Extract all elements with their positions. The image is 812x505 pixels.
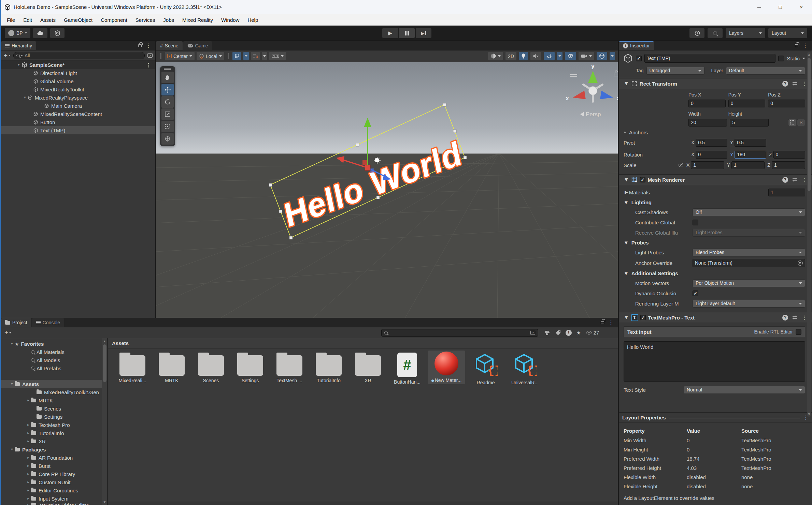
asset-material-new[interactable]: New Mater... <box>428 351 465 384</box>
pos-y-field[interactable]: 0 <box>728 100 766 107</box>
lock-icon[interactable] <box>138 44 142 47</box>
tag-dropdown[interactable]: Untagged <box>646 67 704 75</box>
tree-input-system[interactable]: Input System <box>1 494 102 503</box>
presets-icon[interactable] <box>792 81 798 86</box>
foldout-arrow-icon[interactable] <box>26 489 31 492</box>
mesh-renderer-header[interactable]: Mesh Renderer <box>619 174 812 185</box>
height-field[interactable]: 5 <box>730 119 768 127</box>
gizmos-toggle[interactable] <box>597 52 607 60</box>
kebab-menu-icon[interactable] <box>608 319 614 326</box>
object-picker-icon[interactable] <box>798 261 803 266</box>
hierarchy-item-global-volume[interactable]: Global Volume <box>1 77 155 85</box>
audio-mute-toggle[interactable] <box>530 52 541 60</box>
foldout-arrow-icon[interactable] <box>9 382 15 386</box>
tree-ar-foundation[interactable]: AR Foundation <box>1 454 102 462</box>
menu-services[interactable]: Services <box>131 14 159 25</box>
close-button[interactable]: × <box>791 0 812 14</box>
menu-file[interactable]: File <box>3 14 19 25</box>
foldout-arrow-icon[interactable] <box>26 503 31 505</box>
kebab-menu-icon[interactable] <box>802 177 807 183</box>
tab-console[interactable]: Console <box>32 318 64 327</box>
foldout-arrow-icon[interactable] <box>26 472 31 476</box>
tree-settings[interactable]: Settings <box>1 413 102 421</box>
static-dropdown-icon[interactable] <box>802 58 805 59</box>
foldout-arrow-icon[interactable] <box>624 314 629 321</box>
rendering-layer-dropdown[interactable]: Light Layer default <box>693 300 805 308</box>
foldout-arrow-icon[interactable] <box>26 423 31 427</box>
asset-folder-xr[interactable]: XR <box>349 352 387 383</box>
text-input-textarea[interactable]: Hello World <box>624 341 805 382</box>
kebab-menu-icon[interactable] <box>802 42 808 49</box>
hierarchy-item-main-camera[interactable]: Main Camera <box>1 102 155 110</box>
effects-toggle[interactable] <box>544 52 555 60</box>
presets-icon[interactable] <box>792 315 798 320</box>
textmeshpro-header[interactable]: T TextMeshPro - Text <box>619 312 812 323</box>
additional-settings-foldout[interactable]: Additional Settings <box>631 270 678 276</box>
tool-handle-position-dropdown[interactable]: Center <box>165 52 195 60</box>
active-checkbox[interactable] <box>636 56 642 61</box>
raw-edit-button[interactable]: R <box>797 119 805 126</box>
foldout-arrow-icon[interactable] <box>624 199 629 205</box>
scale-tool[interactable] <box>161 108 174 120</box>
2d-view-toggle[interactable]: 2D <box>505 52 516 60</box>
asset-folder-scenes[interactable]: Scenes <box>192 352 230 383</box>
layer-dropdown[interactable]: Default <box>726 67 805 75</box>
tree-all-models[interactable]: All Models <box>1 356 102 364</box>
foldout-arrow-icon[interactable] <box>16 63 22 66</box>
foldout-arrow-icon[interactable] <box>624 240 629 246</box>
rotation-x-field[interactable]: 0 <box>696 151 727 159</box>
foldout-arrow-icon[interactable] <box>26 480 31 484</box>
foldout-arrow-icon[interactable] <box>26 497 31 500</box>
assets-breadcrumb[interactable]: Assets <box>108 338 618 348</box>
help-icon[interactable] <box>782 315 788 321</box>
inspector-scrollbar[interactable]: ▲ ▼ <box>807 52 811 417</box>
light-probes-dropdown[interactable]: Blend Probes <box>693 249 805 256</box>
menu-mixed-reality[interactable]: Mixed Reality <box>178 14 217 25</box>
anchor-preset-button[interactable] <box>788 119 796 126</box>
step-button[interactable]: ▶ <box>416 28 431 38</box>
rect-tool[interactable] <box>161 121 174 132</box>
foldout-arrow-icon[interactable] <box>9 342 15 345</box>
cloud-button[interactable] <box>33 28 47 38</box>
rtl-checkbox[interactable] <box>796 329 801 335</box>
move-tool[interactable] <box>161 84 174 95</box>
help-icon[interactable] <box>782 81 788 87</box>
maximize-button[interactable]: □ <box>770 0 791 14</box>
foldout-arrow-icon[interactable] <box>26 431 31 435</box>
foldout-arrow-icon[interactable] <box>624 80 629 87</box>
measure-tool-dropdown[interactable] <box>269 52 286 60</box>
menu-edit[interactable]: Edit <box>19 14 36 25</box>
anchors-foldout[interactable]: Anchors <box>629 130 648 135</box>
tree-assets-root[interactable]: Assets <box>1 380 102 388</box>
hierarchy-item-samplescene[interactable]: SampleScene* <box>1 61 155 69</box>
gizmos-dropdown[interactable] <box>610 52 615 60</box>
tree-rider-editor[interactable]: JetBrains Rider Editor <box>1 503 102 505</box>
search-by-label-icon[interactable] <box>555 330 561 336</box>
asset-universalrp[interactable]: {} UniversalR... <box>506 352 544 385</box>
asset-folder-mrtk[interactable]: MRTK <box>153 352 190 383</box>
increment-snap-toggle[interactable] <box>251 52 260 60</box>
open-new-window-icon[interactable]: ↗ <box>147 53 153 58</box>
play-button[interactable]: ▶ <box>382 28 398 38</box>
open-search-window-icon[interactable]: ↗ <box>530 331 535 335</box>
overlay-drag-handle[interactable] <box>161 68 174 71</box>
foldout-arrow-icon[interactable] <box>22 96 28 99</box>
visibility-counter[interactable]: 27 <box>586 330 599 336</box>
menu-component[interactable]: Component <box>97 14 131 25</box>
scene-visibility-toggle[interactable] <box>565 52 576 60</box>
foldout-arrow-icon[interactable] <box>26 399 31 402</box>
component-enabled-checkbox[interactable] <box>640 315 646 320</box>
effects-dropdown[interactable] <box>557 52 562 60</box>
component-enabled-checkbox[interactable] <box>640 177 645 182</box>
tree-packages-root[interactable]: Packages <box>1 445 102 454</box>
hierarchy-item-button[interactable]: Button <box>1 118 155 126</box>
unresolved-warnings-icon[interactable]: ! <box>566 330 572 336</box>
text-input-section-bar[interactable]: Text Input Enable RTL Editor <box>624 326 805 337</box>
tab-inspector[interactable]: i Inspector <box>619 41 654 50</box>
asset-folder-textmeshpro[interactable]: TextMesh ... <box>271 352 308 383</box>
dynamic-occlusion-checkbox[interactable] <box>693 291 698 296</box>
foldout-arrow-icon[interactable] <box>26 464 31 467</box>
tab-game[interactable]: Game <box>183 41 212 50</box>
grid-snapping-dropdown[interactable] <box>243 52 249 60</box>
help-icon[interactable] <box>782 177 788 183</box>
